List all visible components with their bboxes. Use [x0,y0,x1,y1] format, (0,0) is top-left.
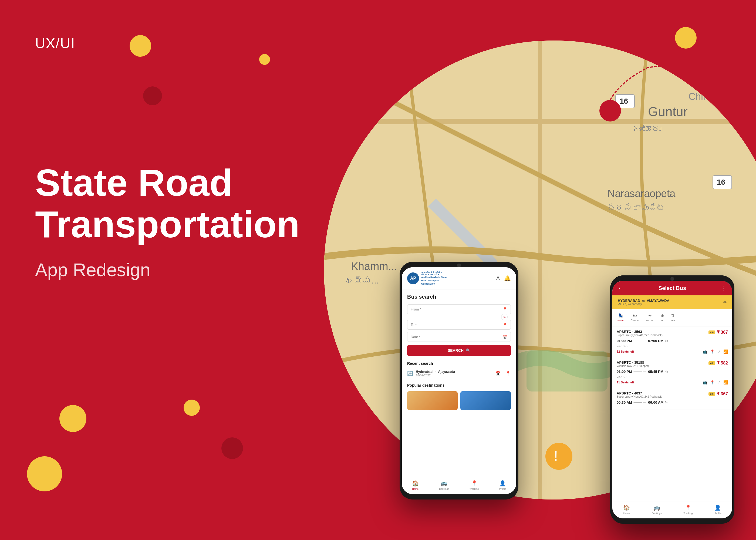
nav-tracking[interactable]: 📍 Tracking [469,480,479,490]
filter-seater[interactable]: 💺 Seater [614,312,627,324]
search-icon: 🔍 [466,348,470,352]
popular-dest-1[interactable] [407,391,458,410]
profile-icon: 👤 [499,480,506,486]
bus-0-seats: 32 Seats left [617,350,634,353]
bus-1-type: Vennela (AC, 2×1 Sleeper) [617,364,649,367]
nav-profile-label: Profile [499,487,506,490]
to-input[interactable] [407,320,511,330]
bus-2-type: Super Luxury(Non AC, 2×2 Pushback) [617,395,663,398]
bus-2-rating: 3.6 [708,392,715,396]
nav2-tracking-label: Tracking [684,512,693,515]
tracking-icon: 📍 [471,480,478,486]
nav2-bookings-label: Bookings [652,512,662,515]
filter-sort[interactable]: ⇅ Sort [668,312,678,324]
swap-button[interactable]: ⇅ [501,314,508,320]
from-input[interactable] [407,304,511,314]
route-date-banner: 29 Feb, Wednesday [618,303,669,306]
bus-0-info: APSRTC - 3563 Super Luxury(Non AC, 2×2 P… [617,330,663,337]
bus-0-type: Super Luxury(Non AC, 2×2 Pushback) [617,334,663,337]
bus-1-price: ₹ 582 [717,360,728,365]
share-icon: ↗ [717,349,721,354]
svg-text:Chira...: Chira... [689,91,720,102]
bus-card-1[interactable]: APSRTC - 35188 Vennela (AC, 2×1 Sleeper)… [612,357,732,388]
svg-text:నరసరావుపేట: నరసరావుపేట [607,203,665,212]
main-title: State Road Transportation [35,162,300,245]
search-form: 📍 ⇅ 📍 📅 SEARCH 🔍 [402,302,516,358]
bus-1-info: APSRTC - 35188 Vennela (AC, 2×1 Sleeper) [617,360,649,367]
sort-icon: ⇅ [671,313,675,318]
date-input[interactable] [407,332,511,342]
decorative-circle-yellow-bl [60,405,86,432]
popular-dest-2[interactable] [460,391,511,410]
location-icon-from: 📍 [502,307,508,312]
location-icon: 📍 [710,349,715,354]
bell-icon[interactable]: 🔔 [504,275,511,282]
sleeper-icon: 🛏 [633,313,637,318]
bus-card-0[interactable]: APSRTC - 3563 Super Luxury(Non AC, 2×2 P… [612,327,732,357]
pin-icon: 📍 [505,371,511,376]
svg-point-20 [546,443,572,470]
popular-destinations-title: Popular destinations [402,380,516,389]
tv-icon-2: 📺 [703,380,707,384]
search-button[interactable]: SEARCH 🔍 [407,345,511,356]
svg-text:!: ! [554,449,558,464]
nav-bookings[interactable]: 🚌 Bookings [439,480,449,490]
phone1-screen: AP ఆంధ్రప్రదేశ్ రాష్ట్ర రోడ్డు రవాణా సంస… [402,267,516,494]
bus-2-number: APSRTC - 4037 [617,391,663,395]
header-icons: A 🔔 [496,275,511,282]
filter-non-ac[interactable]: ☀ Non AC [643,312,657,324]
bus-1-via: Via : SRPT [617,375,728,378]
bus-card-1-header: APSRTC - 35188 Vennela (AC, 2×1 Sleeper)… [617,360,728,367]
select-bus-title: Select Bus [659,285,686,291]
swap-area: ⇅ [407,317,511,319]
bus-1-rating: 4.2 [708,361,715,365]
nav2-profile[interactable]: 👤 Profile [714,504,721,515]
logo-text: ఆంధ్రప్రదేశ్ రాష్ట్ర రోడ్డు రవాణా సంస్థ … [421,271,448,285]
camera-dot [457,264,461,267]
non-ac-icon: ☀ [648,313,652,318]
nav-profile[interactable]: 👤 Profile [499,480,506,490]
decorative-circle-red-left [143,86,162,105]
nav-home[interactable]: 🏠 Home [412,480,419,490]
select-bus-header: ← Select Bus ⋮ [612,281,732,295]
bus-1-timing: 01:00 PM ——→ 05:45 PM 4h [617,369,728,374]
decorative-circle-small-top [259,54,270,65]
nav2-bookings[interactable]: 🚌 Bookings [652,504,662,515]
bus-card-0-header: APSRTC - 3563 Super Luxury(Non AC, 2×2 P… [617,330,728,337]
nav-home-label: Home [412,487,419,490]
bus-search-title: Bus search [402,289,516,302]
subtitle: App Redesign [35,259,150,280]
filter-tabs: 💺 Seater 🛏 Sleeper ☀ Non AC ❄ AC ⇅ Sort [612,309,732,327]
tracking-icon-2: 📍 [685,504,692,511]
translate-icon[interactable]: A [496,275,500,281]
nav2-profile-label: Profile [714,512,721,515]
svg-text:16: 16 [620,97,628,105]
from-field-group: 📍 [407,304,511,314]
svg-rect-19 [527,351,607,391]
phone2-bottom-nav: 🏠 Home 🚌 Bookings 📍 Tracking 👤 Profile [612,501,732,518]
bus-card-2[interactable]: APSRTC - 4037 Super Luxury(Non AC, 2×2 P… [612,388,732,410]
recent-search-item[interactable]: 🔄 Hyderabad → Vijayawada 18/02/2022 📅 📍 [402,367,516,380]
route-text-banner: HYDERABAD to VIJAYAWADA [618,299,669,303]
camera-dot-2 [671,277,674,281]
seater-icon: 💺 [618,313,623,318]
decorative-circle-red-br [221,437,243,459]
phone1-bus-search: ●●● AP ఆంధ్రప్రదేశ్ రాష్ట్ర రోడ్డు రవాణా… [400,262,518,499]
location-icon-to: 📍 [502,322,508,327]
filter-sleeper[interactable]: 🛏 Sleeper [628,312,642,324]
phone2-screen: ← Select Bus ⋮ HYDERABAD to VIJAYAWADA 2… [612,281,732,518]
back-button[interactable]: ← [618,285,624,292]
calendar-icon-small: 📅 [495,371,501,376]
nav2-home-label: Home [623,512,630,515]
edit-button[interactable]: ✏ [723,300,727,305]
svg-text:16: 16 [717,178,725,186]
filter-ac[interactable]: ❄ AC [658,312,667,324]
nav2-tracking[interactable]: 📍 Tracking [684,504,693,515]
bus-card-2-header: APSRTC - 4037 Super Luxury(Non AC, 2×2 P… [617,391,728,398]
bus-1-icons: 📺 📍 ↗ 📶 [703,380,728,384]
route-info: Hyderabad → Vijayawada 18/02/2022 [416,370,455,377]
location-icon-2: 📍 [710,380,715,384]
nav2-home[interactable]: 🏠 Home [623,504,630,515]
decorative-circle-yellow-tl [130,35,151,57]
more-button[interactable]: ⋮ [721,285,727,292]
